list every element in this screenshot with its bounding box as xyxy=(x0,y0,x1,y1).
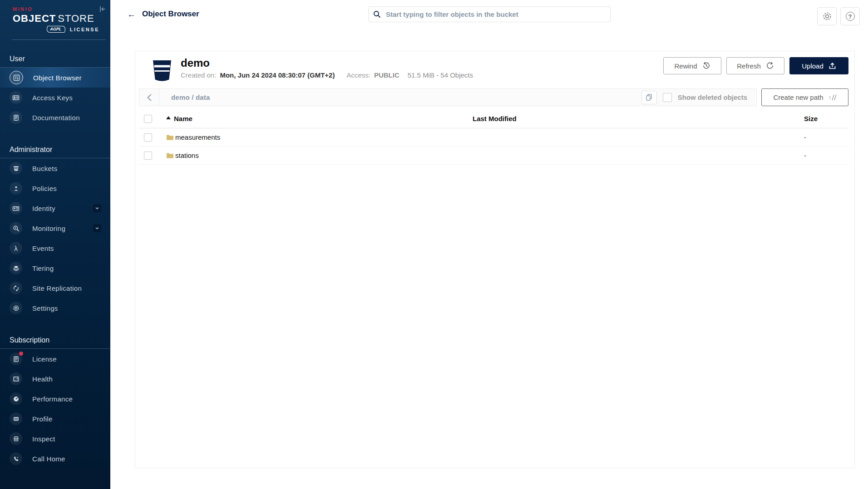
sidebar-item-events[interactable]: λ Events xyxy=(0,238,110,258)
product-wordmark: OBJECTSTORE xyxy=(13,13,106,24)
sidebar-item-label: Buckets xyxy=(32,165,57,172)
breadcrumb-bar: demo / data Show deleted objects xyxy=(139,88,757,106)
bucket-meta: Created on: Mon, Jun 24 2024 08:30:07 (G… xyxy=(181,71,473,79)
search-input[interactable] xyxy=(385,10,606,19)
upload-label: Upload xyxy=(802,62,824,70)
row-checkbox[interactable] xyxy=(144,152,152,160)
chevron-left-icon xyxy=(146,93,153,102)
sidebar-item-health[interactable]: Health xyxy=(0,369,110,389)
sidebar-section-user: User xyxy=(0,55,110,68)
breadcrumb[interactable]: demo / data xyxy=(171,93,210,101)
sidebar-item-policies[interactable]: Policies xyxy=(0,178,110,198)
profile-icon xyxy=(10,412,22,425)
create-new-path-button[interactable]: Create new path xyxy=(761,88,848,106)
column-header-last-modified[interactable]: Last Modified xyxy=(473,111,804,128)
object-size: - xyxy=(804,133,806,141)
object-link[interactable]: measurements xyxy=(166,133,473,141)
object-link[interactable]: stations xyxy=(166,152,473,159)
performance-icon xyxy=(10,392,22,405)
sidebar-item-label: Settings xyxy=(32,304,58,312)
sidebar-item-settings[interactable]: Settings xyxy=(0,298,110,318)
copy-path-button[interactable] xyxy=(641,91,657,104)
rewind-icon xyxy=(702,62,710,70)
minio-wordmark: MINIO xyxy=(13,6,106,12)
column-header-name[interactable]: Name xyxy=(166,111,473,128)
sidebar-item-documentation[interactable]: Documentation xyxy=(0,108,110,127)
table-row[interactable]: measurements - xyxy=(139,128,848,147)
page-title: Object Browser xyxy=(142,10,199,19)
created-value: Mon, Jun 24 2024 08:30:07 (GMT+2) xyxy=(220,71,335,79)
page-back-button[interactable]: ← Object Browser xyxy=(127,10,199,19)
show-deleted-checkbox[interactable] xyxy=(663,93,672,102)
breadcrumb-actions: Show deleted objects xyxy=(641,91,756,104)
license-row: AGPL LICENSE xyxy=(13,26,106,33)
sidebar-item-access-keys[interactable]: Access Keys xyxy=(0,88,110,108)
access-label: Access: xyxy=(346,71,370,79)
help-button[interactable]: ? xyxy=(840,7,860,25)
object-name: stations xyxy=(175,152,199,159)
settings-icon xyxy=(10,302,22,314)
settings-gear-button[interactable] xyxy=(817,7,837,25)
rewind-label: Rewind xyxy=(674,62,697,70)
main-area: ← Object Browser ? demo Created o xyxy=(110,0,868,489)
bucket-name: demo xyxy=(181,57,473,69)
chevron-down-icon[interactable] xyxy=(93,224,101,232)
breadcrumb-back-button[interactable] xyxy=(139,89,159,106)
objects-table: Name Last Modified Size measurements xyxy=(139,111,848,165)
table-row[interactable]: stations - xyxy=(139,147,848,165)
sidebar-item-object-browser[interactable]: Object Browser xyxy=(0,68,110,88)
health-icon xyxy=(10,372,22,385)
refresh-label: Refresh xyxy=(737,62,761,70)
inspect-icon xyxy=(10,432,22,445)
rewind-button[interactable]: Rewind xyxy=(663,57,721,74)
sidebar-item-label: Call Home xyxy=(32,455,65,463)
sidebar-item-label: License xyxy=(32,355,57,363)
object-size: - xyxy=(804,152,806,159)
chevron-down-icon[interactable] xyxy=(93,204,101,212)
access-value[interactable]: PUBLIC xyxy=(374,71,399,79)
topbar: ← Object Browser ? xyxy=(110,0,868,28)
bucket-icon xyxy=(152,59,173,84)
upload-button[interactable]: Upload xyxy=(789,57,848,74)
show-deleted-label: Show deleted objects xyxy=(678,93,747,101)
sidebar-item-performance[interactable]: Performance xyxy=(0,389,110,409)
sidebar-item-label: Object Browser xyxy=(33,74,82,82)
refresh-button[interactable]: Refresh xyxy=(726,57,784,74)
row-checkbox[interactable] xyxy=(144,133,152,142)
object-browser-icon xyxy=(10,71,23,84)
sidebar-item-label: Monitoring xyxy=(32,225,65,232)
sidebar-item-inspect[interactable]: Inspect xyxy=(0,429,110,449)
sidebar-item-call-home[interactable]: Call Home xyxy=(0,449,110,469)
sidebar-item-monitoring[interactable]: Monitoring xyxy=(0,218,110,238)
new-path-icon xyxy=(829,94,837,101)
bucket-title-block: demo Created on: Mon, Jun 24 2024 08:30:… xyxy=(181,57,473,84)
tiering-icon xyxy=(10,262,22,274)
sidebar-item-label: Documentation xyxy=(32,114,80,122)
object-name: measurements xyxy=(175,133,220,141)
sidebar-item-label: Tiering xyxy=(32,264,54,272)
column-header-size[interactable]: Size xyxy=(804,111,848,128)
sidebar-item-label: Access Keys xyxy=(32,94,73,102)
policies-icon xyxy=(10,182,22,195)
folder-icon xyxy=(166,134,174,141)
browser-bar: demo / data Show deleted objects Create … xyxy=(139,88,848,106)
sidebar-item-site-replication[interactable]: Site Replication xyxy=(0,278,110,298)
events-icon: λ xyxy=(10,242,22,254)
sidebar-item-license[interactable]: License xyxy=(0,349,110,369)
sidebar-section-administrator: Administrator xyxy=(0,146,110,158)
table-header-row: Name Last Modified Size xyxy=(139,111,848,128)
sidebar-collapse-icon[interactable] xyxy=(98,5,107,14)
sidebar-item-profile[interactable]: Profile xyxy=(0,409,110,429)
divider xyxy=(12,39,106,40)
bucket-stats: 51.5 MiB - 54 Objects xyxy=(408,71,473,79)
sidebar-item-label: Health xyxy=(32,375,53,383)
sidebar-item-identity[interactable]: Identity xyxy=(0,198,110,218)
gear-icon xyxy=(822,11,833,22)
bucket-actions: Rewind Refresh Upload xyxy=(663,57,848,84)
sidebar-item-label: Performance xyxy=(32,395,73,403)
select-all-checkbox[interactable] xyxy=(144,115,152,123)
sidebar-item-tiering[interactable]: Tiering xyxy=(0,258,110,278)
created-label: Created on: xyxy=(181,71,216,79)
identity-icon xyxy=(10,202,22,215)
sidebar-item-buckets[interactable]: Buckets xyxy=(0,158,110,178)
